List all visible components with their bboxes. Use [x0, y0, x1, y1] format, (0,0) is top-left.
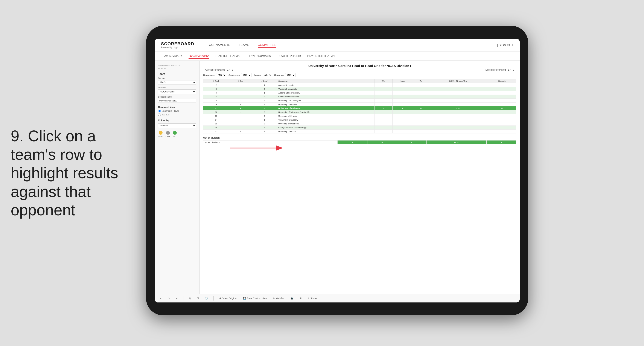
paste-btn[interactable]: ⊞ — [196, 297, 200, 300]
grid-btn[interactable]: ⊞ — [298, 297, 303, 300]
save-icon: 💾 — [243, 297, 246, 300]
table-row[interactable]: 15-2University of Oklahoma — [203, 122, 516, 126]
sidebar-gender-select[interactable]: Men's — [158, 80, 196, 85]
table-area: University of North Carolina Head-to-Hea… — [200, 61, 520, 294]
table-row[interactable]: 11-5University of Alabama3002.618 — [203, 106, 516, 110]
logo-area: SCOREBOARD Powered by clippi — [161, 41, 194, 49]
out-data-cell: 3 — [486, 140, 516, 144]
data-cell — [413, 114, 429, 118]
data-cell — [429, 99, 488, 102]
share-btn[interactable]: ↗ Share — [306, 297, 318, 300]
opponent-select[interactable]: (All) — [285, 73, 296, 77]
sign-out-area: | Sign out — [497, 43, 513, 47]
sidebar-division-select[interactable]: NCAA Division I — [158, 89, 196, 94]
view-original-btn[interactable]: 👁 View: Original — [218, 297, 238, 300]
screenshot-btn[interactable]: 📷 — [289, 297, 295, 300]
data-cell — [413, 102, 429, 106]
tab-team-h2h-heatmap[interactable]: TEAM H2H HEATMAP — [215, 54, 241, 58]
data-cell: - — [229, 95, 252, 99]
table-row[interactable]: 16-4Georgia Institute of Technology — [203, 126, 516, 130]
watch-btn[interactable]: 👁 Watch ▾ — [272, 297, 286, 300]
data-cell — [392, 83, 413, 87]
opponent-name-cell: University of Arizona — [277, 102, 374, 106]
table-row[interactable]: 9-3University of Arizona — [203, 102, 516, 106]
data-cell: 4 — [252, 126, 277, 130]
data-cell — [488, 122, 516, 126]
table-row[interactable]: 17-3University of Florida — [203, 130, 516, 133]
col-opponent: Opponent — [277, 79, 374, 83]
data-cell: 16 — [203, 126, 229, 130]
opponent-name-cell: University of Alabama — [277, 106, 374, 110]
table-row[interactable]: 12-6University of Arkansas, Fayetteville — [203, 110, 516, 114]
data-cell: 2 — [252, 87, 277, 91]
data-cell — [392, 114, 413, 118]
out-of-division-row[interactable]: NCAA Division II10026.003 — [203, 140, 516, 144]
nav-teams[interactable]: TEAMS — [239, 42, 249, 48]
info-btn[interactable]: 🕐 — [204, 297, 209, 300]
data-cell: 13 — [203, 114, 229, 118]
table-row[interactable]: 6-2Florida State University — [203, 95, 516, 99]
data-cell — [429, 87, 488, 91]
nav-committee[interactable]: COMMITTEE — [258, 42, 276, 48]
tab-player-summary[interactable]: PLAYER SUMMARY — [248, 54, 272, 58]
data-cell — [488, 126, 516, 130]
out-of-division-table: NCAA Division II10026.003 — [203, 140, 516, 144]
opponent-name-cell: University of Arkansas, Fayetteville — [277, 110, 374, 114]
main-content: Last Updated: 27/03/2024 16:55:38 Team G… — [154, 61, 520, 294]
data-cell — [392, 122, 413, 126]
redo-btn[interactable]: ↪ — [167, 297, 171, 300]
data-cell — [392, 126, 413, 130]
col-rank: # Rank — [203, 79, 229, 83]
undo-btn[interactable]: ↩ — [159, 297, 164, 300]
save-custom-btn[interactable]: 💾 Save Custom View — [242, 297, 268, 300]
data-cell: 2 — [252, 99, 277, 102]
conference-select[interactable]: (All) — [241, 73, 252, 77]
data-cell: - — [229, 118, 252, 122]
scene: 9. Click on a team's row to highlight re… — [0, 0, 644, 346]
opponent-view-title: Opponent View — [158, 106, 196, 108]
tablet-frame: SCOREBOARD Powered by clippi TOURNAMENTS… — [146, 26, 528, 315]
report-title: University of North Carolina Head-to-Hea… — [203, 64, 516, 67]
filter-opponent: Opponent (All) — [274, 73, 296, 77]
table-row[interactable]: 3-2Vanderbilt University — [203, 87, 516, 91]
nav-tournaments[interactable]: TOURNAMENTS — [207, 42, 230, 48]
sidebar-division-label: Division — [158, 86, 196, 89]
data-cell: - — [229, 102, 252, 106]
data-cell — [413, 87, 429, 91]
region-select[interactable]: (All) — [262, 73, 272, 77]
data-cell: - — [229, 114, 252, 118]
table-row[interactable]: 14-1Texas Tech University — [203, 118, 516, 122]
data-cell — [374, 114, 392, 118]
opponent-name-cell: Auburn University — [277, 83, 374, 87]
colour-by-select[interactable]: Win/loss — [158, 123, 196, 128]
data-cell: 14 — [203, 118, 229, 122]
filter-conference: Conference (All) — [228, 73, 252, 77]
radio-top100[interactable]: Top 100 — [158, 113, 196, 116]
opponent-name-cell: Vanderbilt University — [277, 87, 374, 91]
table-row[interactable]: 13-3University of Virginia — [203, 114, 516, 118]
legend-level: Level — [166, 131, 170, 137]
main-table: # Rank # Reg # Conf Opponent Win Loss Ti… — [203, 79, 516, 133]
data-cell — [429, 110, 488, 114]
radio-opponents-played[interactable]: Opponents Played — [158, 110, 196, 112]
opponents-select[interactable]: (All) — [216, 73, 226, 77]
data-cell: 0 — [392, 106, 413, 110]
tab-team-h2h-grid[interactable]: TEAM H2H GRID — [188, 53, 209, 59]
tab-player-h2h-heatmap[interactable]: PLAYER H2H HEATMAP — [307, 54, 336, 58]
copy-btn[interactable]: ⎘ — [188, 297, 192, 300]
data-cell: 2 — [252, 95, 277, 99]
tab-player-h2h-grid[interactable]: PLAYER H2H GRID — [278, 54, 301, 58]
data-cell: 2.61 — [429, 106, 488, 110]
opponent-name-cell: Florida State University — [277, 95, 374, 99]
sub-nav: TEAM SUMMARY TEAM H2H GRID TEAM H2H HEAT… — [154, 51, 520, 61]
undo2-btn[interactable]: ↩ — [175, 297, 179, 300]
table-row[interactable]: 2-1Auburn University — [203, 83, 516, 87]
data-cell — [392, 102, 413, 106]
table-row[interactable]: 4-1Arizona State University — [203, 91, 516, 95]
data-cell — [392, 87, 413, 91]
tab-team-summary[interactable]: TEAM SUMMARY — [161, 54, 182, 58]
sign-out-button[interactable]: Sign out — [498, 42, 513, 48]
data-cell — [374, 110, 392, 114]
table-row[interactable]: 8-2University of Washington — [203, 99, 516, 102]
sidebar-school-input[interactable] — [158, 99, 196, 103]
